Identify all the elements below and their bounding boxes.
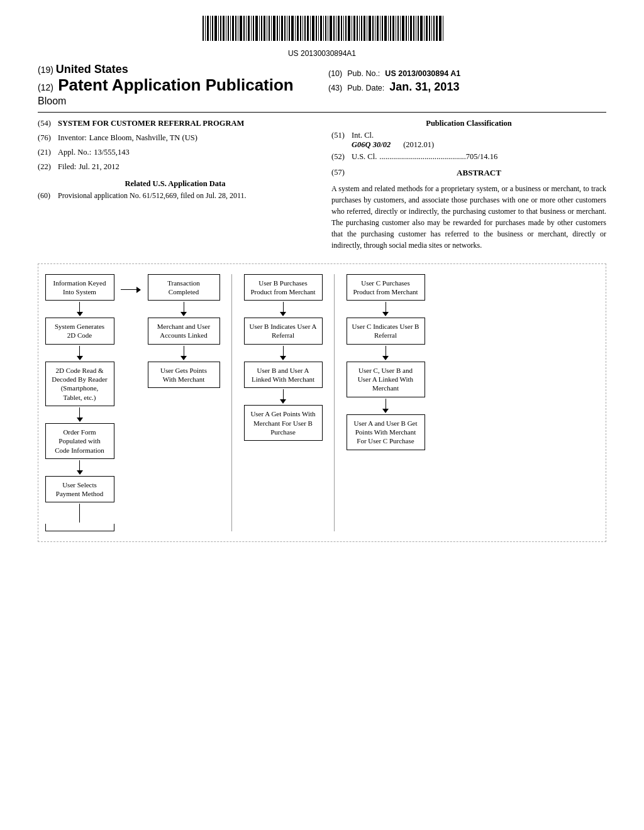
- svg-rect-12: [232, 16, 234, 41]
- svg-rect-35: [291, 16, 294, 41]
- flow-col1-box4: Order Form Populated with Code Informati…: [45, 423, 114, 459]
- flow-col2-box3: User Gets Points With Merchant: [148, 362, 220, 389]
- svg-rect-33: [287, 16, 287, 41]
- svg-rect-42: [310, 16, 311, 41]
- svg-rect-27: [271, 16, 272, 41]
- flow-col1-box3: 2D Code Read & Decoded By Reader (Smartp…: [45, 362, 114, 406]
- arrow-head: [382, 356, 389, 360]
- svg-rect-22: [259, 16, 260, 41]
- h-arrowhead: [136, 287, 141, 293]
- svg-rect-25: [267, 16, 267, 41]
- appl-field: (21) Appl. No.: 13/555,143: [38, 148, 313, 157]
- arrow-col1-2: [77, 346, 83, 360]
- appl-label: Appl. No.:: [58, 148, 91, 157]
- flow-col1-box1: Information Keyed Into System: [45, 274, 114, 301]
- svg-rect-47: [323, 16, 324, 41]
- pub-date-num: (43): [328, 84, 342, 92]
- provisional-field: (60) Provisional application No. 61/512,…: [38, 191, 313, 201]
- svg-rect-73: [390, 16, 391, 41]
- svg-rect-26: [269, 16, 270, 41]
- svg-rect-82: [413, 16, 414, 41]
- int-cl-label: Int. Cl.: [352, 131, 434, 140]
- svg-rect-31: [281, 16, 283, 41]
- arrow-line: [283, 346, 284, 356]
- arrow-head: [382, 312, 389, 316]
- svg-rect-3: [210, 16, 211, 41]
- svg-rect-40: [304, 16, 306, 41]
- svg-rect-43: [312, 16, 314, 41]
- svg-rect-81: [410, 16, 412, 41]
- svg-rect-72: [388, 16, 389, 41]
- flow-col1-box2: System Generates 2D Code: [45, 318, 114, 345]
- diagram-container: Information Keyed Into System System Gen…: [38, 263, 606, 543]
- v-divider-2: [334, 274, 335, 532]
- flow-col-2: Transaction Completed Merchant and User …: [146, 274, 221, 389]
- svg-rect-49: [328, 16, 328, 41]
- h-arrow-inner: [121, 287, 141, 293]
- arrow-col1-5: [79, 504, 80, 523]
- svg-rect-88: [429, 16, 430, 41]
- type-num: (12): [38, 82, 53, 92]
- header-section: (19) United States (12) Patent Applicati…: [38, 63, 606, 107]
- svg-rect-19: [251, 16, 252, 41]
- svg-rect-7: [220, 16, 221, 41]
- svg-rect-66: [372, 16, 374, 41]
- svg-rect-80: [408, 16, 409, 41]
- barcode-area: [38, 13, 606, 47]
- svg-rect-6: [218, 16, 219, 41]
- int-cl-year: (2012.01): [403, 140, 434, 150]
- svg-rect-74: [392, 16, 394, 41]
- title-field: (54) SYSTEM FOR CUSTOMER REFERRAL PROGRA…: [38, 119, 313, 128]
- svg-rect-59: [353, 16, 355, 41]
- flow-col4-box3: User C, User B and User A Linked With Me…: [347, 362, 425, 397]
- arrow-col3-3: [280, 389, 286, 404]
- header-left: (19) United States (12) Patent Applicati…: [38, 63, 316, 107]
- svg-rect-4: [212, 16, 213, 41]
- inventor-header-value: Bloom: [38, 96, 66, 106]
- arrow-col3-1: [280, 302, 286, 316]
- svg-rect-53: [338, 16, 340, 41]
- arrow-line: [386, 302, 386, 312]
- content-columns: (54) SYSTEM FOR CUSTOMER REFERRAL PROGRA…: [38, 119, 606, 251]
- arrow-col4-1: [382, 302, 389, 316]
- svg-rect-83: [416, 16, 416, 41]
- svg-rect-5: [214, 16, 217, 41]
- flow-col3-box3: User B and User A Linked With Merchant: [244, 362, 323, 389]
- appl-num: (21): [38, 148, 58, 157]
- arrow-col4-3: [382, 399, 389, 413]
- svg-rect-84: [418, 16, 419, 41]
- arrow-col4-2: [382, 346, 389, 360]
- pub-date-value: Jan. 31, 2013: [389, 80, 459, 94]
- arrow-line: [386, 399, 386, 409]
- us-cl-dots: ........................................…: [379, 152, 466, 162]
- pub-no-num: (10): [328, 69, 342, 78]
- svg-rect-48: [325, 16, 326, 41]
- svg-rect-71: [384, 16, 387, 41]
- svg-rect-38: [300, 16, 301, 41]
- arrow-col2-1: [180, 302, 187, 316]
- svg-rect-55: [343, 16, 344, 41]
- int-cl-num: (51): [331, 131, 352, 150]
- arrow-line: [79, 504, 80, 523]
- left-column: (54) SYSTEM FOR CUSTOMER REFERRAL PROGRA…: [38, 119, 313, 251]
- svg-rect-64: [367, 16, 367, 41]
- svg-rect-17: [246, 16, 247, 41]
- int-cl-field: (51) Int. Cl. G06Q 30/02 (2012.01): [331, 131, 606, 150]
- header-divider: [38, 112, 606, 113]
- svg-rect-92: [439, 16, 441, 41]
- pub-no-value: US 2013/0030894 A1: [385, 69, 460, 78]
- barcode-image: [196, 13, 448, 44]
- arrow-line: [283, 389, 284, 399]
- inventor-field-value: Lance Bloom, Nashville, TN (US): [89, 133, 197, 143]
- svg-rect-1: [205, 16, 206, 41]
- filed-value: Jul. 21, 2012: [79, 162, 119, 172]
- svg-rect-56: [345, 16, 347, 41]
- svg-rect-41: [307, 16, 309, 41]
- svg-rect-63: [364, 16, 365, 41]
- h-line: [121, 289, 136, 290]
- filed-label: Filed:: [58, 162, 76, 172]
- int-cl-class: G06Q 30/02: [352, 140, 391, 149]
- svg-rect-89: [431, 16, 432, 41]
- svg-rect-16: [243, 16, 245, 41]
- svg-rect-24: [264, 16, 265, 41]
